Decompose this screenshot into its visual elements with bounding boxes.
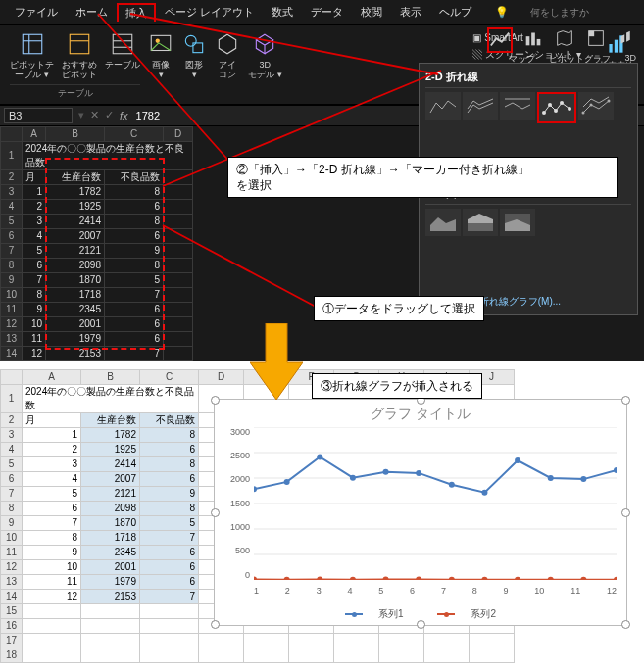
svg-point-9 — [156, 39, 160, 43]
svg-point-49 — [383, 468, 389, 474]
svg-point-26 — [590, 104, 593, 107]
fx-icon: fx — [120, 110, 128, 121]
svg-point-27 — [608, 100, 611, 103]
area-stacked[interactable] — [463, 209, 498, 236]
line-stacked[interactable] — [463, 92, 498, 120]
svg-point-23 — [560, 101, 564, 105]
svg-point-68 — [614, 576, 617, 579]
svg-point-63 — [449, 577, 455, 580]
svg-point-62 — [416, 576, 421, 579]
svg-point-50 — [416, 470, 421, 476]
svg-rect-5 — [113, 34, 132, 54]
menu-pagelayout[interactable]: ページ レイアウト — [156, 2, 263, 23]
svg-point-22 — [554, 109, 558, 113]
svg-rect-15 — [526, 36, 530, 45]
svg-rect-3 — [70, 34, 89, 54]
annotation-step3: ③折れ線グラフが挿入される — [312, 373, 482, 399]
svg-point-53 — [515, 457, 520, 463]
menu-formulas[interactable]: 数式 — [263, 2, 302, 23]
menu-review[interactable]: 校閲 — [352, 2, 391, 23]
map-chart-icon[interactable] — [554, 27, 575, 49]
menu-insert[interactable]: 挿入 — [117, 3, 156, 22]
big-arrow-icon — [250, 323, 303, 402]
svg-point-51 — [449, 482, 455, 488]
svg-marker-30 — [468, 214, 493, 223]
worksheet-light[interactable]: ABCDEFGHIJ12024年の〇〇製品の生産台数と不良品数2月生産台数不良品… — [0, 369, 644, 663]
menu-view[interactable]: 表示 — [391, 2, 430, 23]
line-with-markers[interactable] — [537, 92, 576, 123]
svg-point-48 — [350, 474, 356, 480]
svg-point-20 — [542, 111, 546, 115]
menu-help[interactable]: ヘルプ — [430, 2, 480, 23]
annotation-step2: ②「挿入」→「2-D 折れ線」→「マーカー付き折れ線」を選択 — [227, 157, 618, 198]
formula-value[interactable]: 1782 — [136, 110, 160, 121]
svg-point-25 — [582, 112, 585, 115]
chart-legend: 系列1 系列2 — [215, 607, 626, 621]
svg-point-59 — [317, 576, 322, 579]
area-plain[interactable] — [425, 209, 461, 236]
group-tables-label: テーブル — [10, 84, 140, 104]
svg-point-46 — [284, 479, 290, 485]
svg-point-58 — [284, 576, 290, 579]
menu-data[interactable]: データ — [302, 2, 352, 23]
svg-point-47 — [317, 454, 322, 459]
svg-rect-0 — [23, 34, 42, 54]
tellme-input[interactable]: 何をしますか — [521, 3, 598, 23]
svg-point-52 — [481, 489, 487, 495]
svg-marker-37 — [250, 323, 303, 400]
table-button[interactable]: テーブル — [105, 31, 140, 80]
fx-cancel-icon[interactable]: ✕ — [90, 109, 99, 121]
svg-point-57 — [254, 576, 257, 579]
tellme-icon: 💡 — [486, 3, 518, 22]
fx-confirm-icon[interactable]: ✓ — [105, 109, 114, 121]
3d-model-button[interactable]: 3Dモデル ▾ — [248, 31, 282, 80]
line-stacked-markers[interactable] — [578, 92, 614, 120]
svg-point-61 — [383, 576, 389, 579]
line-100stacked[interactable] — [500, 92, 535, 120]
shapes-button[interactable]: 図形▾ — [181, 31, 207, 80]
svg-point-24 — [568, 107, 571, 111]
embedded-chart[interactable]: グラフ タイトル 300025002000150010005000 123456… — [214, 399, 627, 626]
area-100stacked[interactable] — [500, 209, 535, 236]
line-plain[interactable] — [425, 92, 461, 120]
chart-type-row — [487, 27, 638, 53]
pivot-chart-icon[interactable] — [585, 27, 607, 49]
recommend-pivot-button[interactable]: おすすめピボット — [62, 31, 97, 80]
svg-point-64 — [481, 576, 487, 579]
svg-point-65 — [515, 576, 520, 579]
menubar: ファイル ホーム 挿入 ページ レイアウト 数式 データ 校閲 表示 ヘルプ 💡… — [0, 0, 644, 25]
image-button[interactable]: 画像▾ — [148, 31, 173, 80]
name-box[interactable]: B3 — [4, 108, 73, 123]
svg-point-21 — [548, 103, 552, 107]
svg-rect-17 — [537, 39, 541, 45]
svg-point-56 — [614, 467, 617, 473]
svg-rect-19 — [589, 31, 595, 37]
svg-rect-16 — [531, 33, 535, 46]
svg-marker-28 — [430, 217, 456, 231]
annotation-step1: ①データをドラッグして選択 — [314, 296, 484, 321]
svg-point-45 — [254, 486, 257, 492]
svg-point-55 — [580, 476, 586, 482]
menu-home[interactable]: ホーム — [67, 2, 117, 23]
line-chart-icon[interactable] — [487, 27, 513, 53]
svg-point-60 — [350, 576, 356, 579]
svg-point-67 — [580, 576, 586, 579]
icons-button[interactable]: アイコン — [215, 31, 240, 80]
pivot-table-button[interactable]: ピボットテーブル ▾ — [10, 31, 54, 80]
svg-point-66 — [548, 576, 554, 579]
menu-file[interactable]: ファイル — [6, 2, 67, 23]
dropdown-header-2d-line: 2-D 折れ線 — [425, 70, 631, 88]
svg-point-54 — [548, 475, 554, 481]
bar-chart-icon[interactable] — [522, 27, 544, 49]
svg-point-10 — [185, 35, 196, 46]
3d-chart-icon[interactable] — [617, 27, 638, 49]
